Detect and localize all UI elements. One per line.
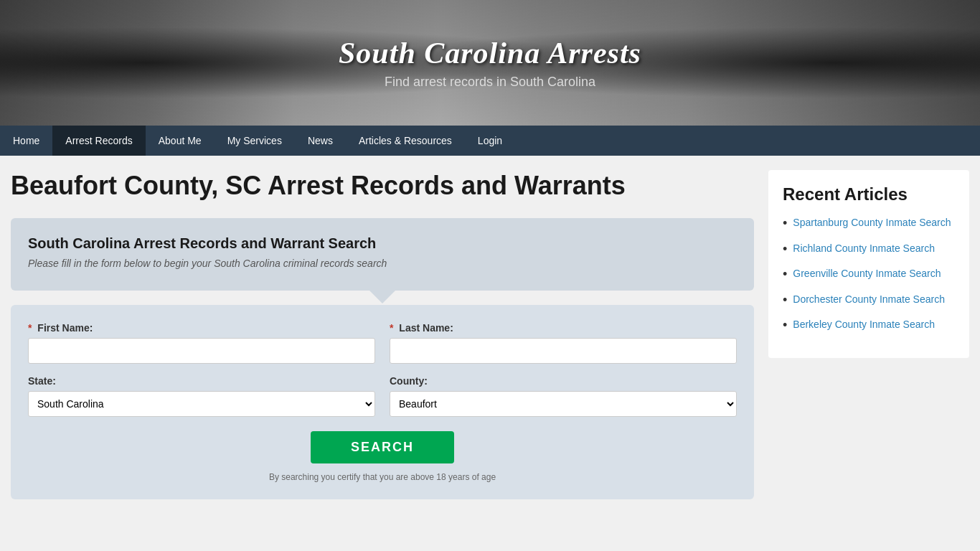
last-name-label: * Last Name:	[390, 322, 737, 334]
first-name-label: * First Name:	[28, 322, 375, 334]
content-area: Beaufort County, SC Arrest Records and W…	[11, 170, 754, 499]
nav-my-services[interactable]: My Services	[215, 126, 295, 156]
list-item: Richland County Inmate Search	[783, 242, 955, 258]
main-container: Beaufort County, SC Arrest Records and W…	[0, 156, 980, 514]
search-form-area: * First Name: * Last Name: State:	[11, 305, 754, 499]
recent-articles-list: Spartanburg County Inmate Search Richlan…	[783, 216, 955, 334]
county-select[interactable]: Beaufort	[390, 391, 737, 417]
first-name-input[interactable]	[28, 338, 375, 364]
last-name-group: * Last Name:	[390, 322, 737, 364]
search-button[interactable]: SEARCH	[311, 431, 454, 463]
list-item: Greenville County Inmate Search	[783, 267, 955, 283]
recent-articles-title: Recent Articles	[783, 184, 955, 204]
article-link-dorchester[interactable]: Dorchester County Inmate Search	[793, 293, 945, 306]
form-disclaimer: By searching you certify that you are ab…	[28, 472, 737, 482]
nav-articles-resources[interactable]: Articles & Resources	[346, 126, 465, 156]
last-name-input[interactable]	[390, 338, 737, 364]
nav-login[interactable]: Login	[465, 126, 515, 156]
header-text: South Carolina Arrests Find arrest recor…	[339, 36, 641, 90]
last-name-required: *	[390, 322, 393, 334]
article-link-berkeley[interactable]: Berkeley County Inmate Search	[793, 318, 935, 331]
state-label: State:	[28, 375, 375, 387]
recent-articles-section: Recent Articles Spartanburg County Inmat…	[768, 170, 969, 358]
state-group: State: South Carolina	[28, 375, 375, 417]
article-link-greenville[interactable]: Greenville County Inmate Search	[793, 267, 941, 280]
search-intro-box: South Carolina Arrest Records and Warran…	[11, 218, 754, 291]
first-name-group: * First Name:	[28, 322, 375, 364]
list-item: Dorchester County Inmate Search	[783, 293, 955, 309]
list-item: Berkeley County Inmate Search	[783, 318, 955, 334]
search-form-title: South Carolina Arrest Records and Warran…	[28, 235, 737, 252]
site-title: South Carolina Arrests	[339, 36, 641, 70]
nav-arrest-records[interactable]: Arrest Records	[52, 126, 145, 156]
nav-about-me[interactable]: About Me	[146, 126, 215, 156]
county-label: County:	[390, 375, 737, 387]
main-nav: Home Arrest Records About Me My Services…	[0, 126, 980, 156]
name-row: * First Name: * Last Name:	[28, 322, 737, 364]
search-form-subtitle: Please fill in the form below to begin y…	[28, 258, 737, 269]
first-name-required: *	[28, 322, 32, 334]
page-title: Beaufort County, SC Arrest Records and W…	[11, 170, 754, 201]
article-link-spartanburg[interactable]: Spartanburg County Inmate Search	[793, 216, 951, 229]
site-header: South Carolina Arrests Find arrest recor…	[0, 0, 980, 126]
list-item: Spartanburg County Inmate Search	[783, 216, 955, 232]
nav-news[interactable]: News	[295, 126, 346, 156]
article-link-richland[interactable]: Richland County Inmate Search	[793, 242, 935, 255]
site-subtitle: Find arrest records in South Carolina	[339, 75, 641, 90]
state-county-row: State: South Carolina County: Beaufort	[28, 375, 737, 417]
sidebar: Recent Articles Spartanburg County Inmat…	[768, 170, 969, 499]
state-select[interactable]: South Carolina	[28, 391, 375, 417]
county-group: County: Beaufort	[390, 375, 737, 417]
nav-home[interactable]: Home	[0, 126, 52, 156]
